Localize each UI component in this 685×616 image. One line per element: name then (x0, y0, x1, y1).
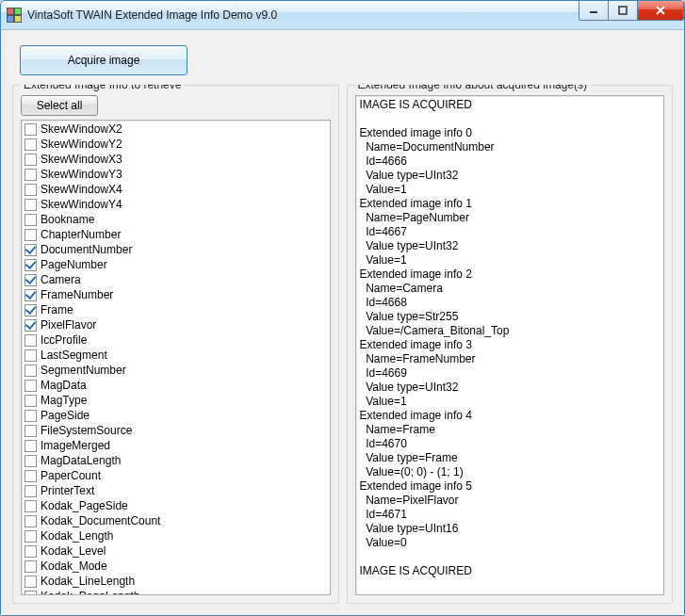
list-item[interactable]: PageSide (22, 408, 330, 423)
list-item[interactable]: Kodak_LineLength (22, 574, 330, 589)
checkbox[interactable] (24, 184, 37, 196)
acquire-image-button[interactable]: Acquire image (20, 45, 188, 75)
info-items-listbox[interactable]: SkewWindowX2SkewWindowY2SkewWindowX3Skew… (21, 120, 331, 595)
list-item[interactable]: ImageMerged (22, 438, 330, 453)
checkbox[interactable] (24, 575, 37, 588)
list-item[interactable]: PageNumber (22, 257, 330, 272)
checkbox[interactable] (24, 515, 37, 527)
checkbox[interactable] (24, 560, 37, 573)
list-item-label: Frame (41, 303, 73, 316)
checkbox[interactable] (24, 123, 37, 136)
list-item-label: Kodak_Mode (41, 559, 107, 573)
checkbox[interactable] (24, 440, 37, 452)
list-item[interactable]: Kodak_Level (22, 543, 330, 559)
list-item[interactable]: Kodak_PageSide (22, 498, 330, 513)
checkbox[interactable] (24, 229, 37, 241)
checkbox[interactable] (24, 365, 37, 377)
app-window: VintaSoft TWAIN Extended Image Info Demo… (0, 0, 685, 616)
list-item[interactable]: Bookname (22, 212, 330, 227)
titlebar[interactable]: VintaSoft TWAIN Extended Image Info Demo… (1, 1, 684, 30)
list-item[interactable]: FrameNumber (22, 287, 330, 302)
list-item[interactable]: Frame (22, 302, 330, 317)
checkbox[interactable] (24, 154, 37, 166)
list-item[interactable]: PaperCount (22, 468, 330, 483)
list-item-label: SkewWindowX2 (41, 122, 122, 136)
list-item-label: Kodak_Level (41, 544, 106, 558)
close-button[interactable] (638, 1, 684, 21)
checkbox[interactable] (24, 455, 37, 467)
maximize-button[interactable] (609, 1, 638, 21)
list-item[interactable]: IccProfile (22, 332, 330, 348)
app-icon (7, 8, 22, 23)
checkbox[interactable] (24, 485, 37, 497)
checkbox[interactable] (24, 199, 37, 211)
list-item[interactable]: SkewWindowX2 (22, 122, 330, 137)
list-item-label: PaperCount (41, 469, 101, 482)
list-item[interactable]: Camera (22, 272, 330, 287)
checkbox[interactable] (24, 259, 37, 271)
checkbox[interactable] (24, 334, 37, 347)
group-label-right: Extended Image Info about acquired image… (355, 85, 590, 91)
close-icon (655, 6, 666, 15)
minimize-button[interactable] (579, 1, 609, 21)
list-item-label: Kodak_PageLength (41, 590, 139, 595)
list-item[interactable]: Kodak_Mode (22, 559, 330, 574)
list-item[interactable]: SkewWindowX4 (22, 182, 330, 197)
list-item[interactable]: MagDataLength (22, 453, 330, 468)
group-info-to-retrieve: Extended Image Info to retrieve Select a… (12, 85, 339, 604)
checkbox[interactable] (24, 425, 37, 437)
list-item-label: SkewWindowX4 (41, 183, 122, 196)
list-item-label: MagType (41, 394, 87, 407)
minimize-icon (589, 6, 598, 15)
list-item[interactable]: LastSegment (22, 348, 330, 363)
list-item-label: ChapterNumber (41, 228, 121, 241)
select-all-button[interactable]: Select all (21, 95, 98, 116)
list-item[interactable]: SkewWindowX3 (22, 152, 330, 167)
list-item[interactable]: ChapterNumber (22, 227, 330, 242)
checkbox[interactable] (24, 591, 37, 596)
list-item[interactable]: PixelFlavor (22, 317, 330, 332)
list-item-label: Camera (41, 273, 81, 286)
checkbox[interactable] (24, 319, 37, 332)
checkbox[interactable] (24, 289, 37, 301)
list-item[interactable]: SkewWindowY3 (22, 167, 330, 182)
checkbox[interactable] (24, 274, 37, 286)
list-item-label: SkewWindowX3 (41, 153, 122, 166)
list-item[interactable]: SkewWindowY4 (22, 197, 330, 212)
list-item[interactable]: MagType (22, 393, 330, 408)
checkbox[interactable] (24, 410, 37, 422)
checkbox[interactable] (24, 395, 37, 407)
list-item-label: SkewWindowY3 (41, 168, 122, 181)
window-title: VintaSoft TWAIN Extended Image Info Demo… (27, 8, 277, 22)
list-item-label: MagDataLength (41, 454, 121, 467)
checkbox[interactable] (24, 470, 37, 482)
group-label-left: Extended Image Info to retrieve (21, 85, 184, 91)
checkbox[interactable] (24, 349, 37, 362)
checkbox[interactable] (24, 530, 37, 543)
checkbox[interactable] (24, 214, 37, 226)
output-textbox[interactable]: IMAGE IS ACQUIRED Extended image info 0 … (355, 95, 665, 595)
list-item-label: FrameNumber (41, 288, 113, 301)
list-item-label: Kodak_DocumentCount (41, 514, 160, 527)
list-item[interactable]: SegmentNumber (22, 363, 330, 378)
checkbox[interactable] (24, 545, 37, 558)
list-item[interactable]: SkewWindowY2 (22, 137, 330, 152)
list-item-label: PageSide (41, 409, 90, 422)
list-item[interactable]: FileSystemSource (22, 423, 330, 438)
list-item-label: SkewWindowY4 (41, 198, 122, 211)
list-item[interactable]: PrinterText (22, 483, 330, 498)
checkbox[interactable] (24, 380, 37, 392)
list-item[interactable]: DocumentNumber (22, 242, 330, 257)
list-item-label: SegmentNumber (41, 364, 126, 377)
list-item-label: Kodak_PageSide (41, 499, 128, 512)
list-item[interactable]: MagData (22, 378, 330, 393)
list-item-label: DocumentNumber (41, 243, 132, 256)
checkbox[interactable] (24, 500, 37, 512)
checkbox[interactable] (24, 169, 37, 181)
list-item[interactable]: Kodak_Length (22, 528, 330, 543)
list-item[interactable]: Kodak_DocumentCount (22, 513, 330, 528)
list-item[interactable]: Kodak_PageLength (22, 589, 330, 595)
checkbox[interactable] (24, 138, 37, 151)
checkbox[interactable] (24, 244, 37, 256)
checkbox[interactable] (24, 304, 37, 316)
